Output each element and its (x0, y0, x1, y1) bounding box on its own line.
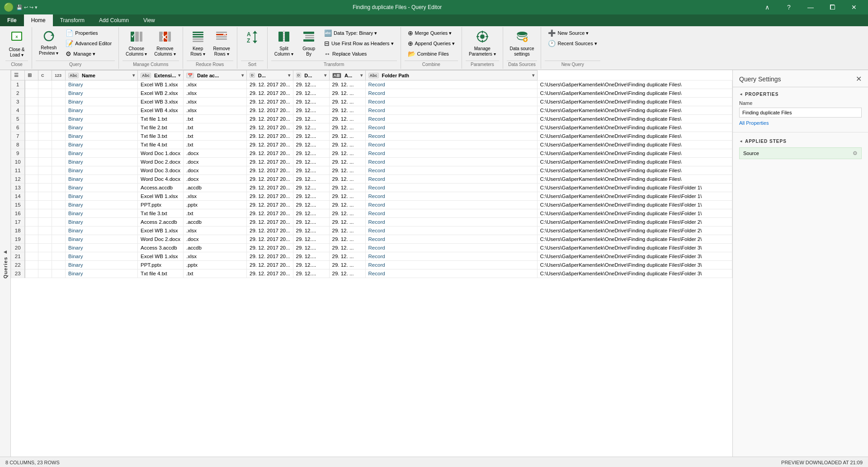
table-row[interactable]: 2 Binary Excel WB 2.xlsx .xlsx 29. 12. 2… (11, 89, 732, 98)
remove-columns-icon (158, 30, 172, 45)
refresh-preview-button[interactable]: RefreshPreview ▾ (36, 28, 61, 58)
properties-button[interactable]: 📄 Properties (62, 28, 115, 38)
tab-view[interactable]: View (136, 14, 162, 26)
col-folder-path-label: Folder Path (382, 73, 410, 78)
tab-file[interactable]: File (0, 14, 24, 26)
queries-sidebar[interactable]: ◄ Queries (0, 70, 11, 457)
svg-rect-13 (193, 32, 203, 33)
table-row[interactable]: 7 Binary Txt file 3.txt .txt 29. 12. 201… (11, 132, 732, 141)
row-ext: .pptx (184, 201, 247, 209)
maximize-button[interactable]: ⧠ (822, 0, 843, 14)
table-row[interactable]: 14 Binary Excel WB 1.xlsx .xlsx 29. 12. … (11, 192, 732, 201)
advanced-editor-button[interactable]: 📝 Advanced Editor (62, 38, 115, 48)
table-row[interactable]: 17 Binary Access 2.accdb .accdb 29. 12. … (11, 218, 732, 226)
data-source-settings-button[interactable]: Data sourcesettings (507, 28, 538, 59)
split-column-button[interactable]: SplitColumn ▾ (271, 28, 297, 59)
row-ext: .docx (184, 166, 247, 175)
qs-name-input[interactable] (739, 108, 862, 118)
row-date: 29. 12. 2017 20... (247, 80, 293, 89)
merge-queries-button[interactable]: ⊕ Merge Queries ▾ (405, 28, 458, 38)
qs-close-button[interactable]: ✕ (856, 75, 862, 83)
manage-button[interactable]: ⚙ Manage ▾ (62, 49, 115, 59)
row-d2: 29. 12. ... (329, 141, 365, 149)
use-first-row-button[interactable]: ⊟ Use First Row as Headers ▾ (321, 38, 396, 48)
help-button[interactable]: ? (778, 0, 799, 14)
table-row[interactable]: 3 Binary Excel WB 3.xlsx .xlsx 29. 12. 2… (11, 98, 732, 106)
col-header-folder-path[interactable]: Abc Folder Path ▾ (365, 71, 537, 80)
col-a-filter[interactable]: ▾ (360, 73, 363, 78)
table-row[interactable]: 18 Binary Excel WB 1.xlsx .xlsx 29. 12. … (11, 226, 732, 235)
svg-rect-29 (278, 32, 283, 42)
applied-step[interactable]: Source⚙ (739, 147, 862, 159)
col-header-date-ac[interactable]: 📅 Date ac... ▾ (184, 71, 247, 80)
new-source-button[interactable]: ➕ New Source ▾ (545, 28, 600, 38)
sort-button[interactable]: A Z (241, 28, 264, 49)
table-row[interactable]: 1 Binary Excel WB 1.xlsx .xlsx 29. 12. 2… (11, 80, 732, 89)
col-date-ac-filter[interactable]: ▾ (241, 73, 244, 78)
combine-files-button[interactable]: 📂 Combine Files (405, 49, 458, 59)
col-header-name[interactable]: Abc Name ▾ (66, 71, 138, 80)
ribbon-collapse-button[interactable]: ∧ (757, 0, 778, 14)
row-date: 29. 12. 2017 20... (247, 166, 293, 175)
row-icon1 (25, 89, 38, 98)
table-row[interactable]: 15 Binary PPT.pptx .pptx 29. 12. 2017 20… (11, 201, 732, 209)
row-content: Binary (66, 149, 138, 158)
choose-columns-button[interactable]: ChooseColumns ▾ (123, 28, 150, 59)
minimize-button[interactable]: — (800, 0, 821, 14)
table-row[interactable]: 11 Binary Word Doc 3.docx .docx 29. 12. … (11, 166, 732, 175)
table-row[interactable]: 4 Binary Excel WB 4.xlsx .xlsx 29. 12. 2… (11, 106, 732, 115)
row-name: Word Doc 4.docx (138, 175, 184, 184)
tab-add-column[interactable]: Add Column (92, 14, 136, 26)
tab-home[interactable]: Home (24, 14, 53, 26)
col-header-a[interactable]: A⊞ A... ▾ (329, 71, 365, 80)
col-folder-path-filter[interactable]: ▾ (532, 73, 534, 78)
qs-all-properties-link[interactable]: All Properties (739, 120, 862, 126)
step-gear-icon[interactable]: ⚙ (853, 150, 858, 156)
col-header-d2[interactable]: D D... ▾ (293, 71, 329, 80)
table-row[interactable]: 21 Binary Excel WB 1.xlsx .xlsx 29. 12. … (11, 252, 732, 261)
svg-text:Z: Z (247, 38, 250, 44)
table-row[interactable]: 16 Binary Txt file 3.txt .txt 29. 12. 20… (11, 209, 732, 218)
close-button[interactable]: ✕ (844, 0, 864, 14)
table-row[interactable]: 8 Binary Txt file 4.txt .txt 29. 12. 201… (11, 141, 732, 149)
col-header-d1[interactable]: D D... ▾ (247, 71, 293, 80)
table-row[interactable]: 6 Binary Txt file 2.txt .txt 29. 12. 201… (11, 123, 732, 132)
table-row[interactable]: 23 Binary Txt file 4.txt .txt 29. 12. 20… (11, 269, 732, 278)
row-date: 29. 12. 2017 20... (247, 132, 293, 141)
col-extension-filter[interactable]: ▾ (178, 73, 180, 78)
append-queries-button[interactable]: ⊕ Append Queries ▾ (405, 38, 458, 48)
data-type-button[interactable]: 🔤 Data Type: Binary ▾ (321, 28, 396, 38)
close-load-button[interactable]: X Close &Load ▾ (5, 28, 28, 60)
table-row[interactable]: 12 Binary Word Doc 4.docx .docx 29. 12. … (11, 175, 732, 184)
replace-values-button[interactable]: ↔ Replace Values (321, 49, 396, 59)
row-name: PPT.pptx (138, 261, 184, 269)
table-row[interactable]: 9 Binary Word Doc 1.docx .docx 29. 12. 2… (11, 149, 732, 158)
remove-rows-button[interactable]: RemoveRows ▾ (210, 28, 233, 59)
row-ext: .pptx (184, 261, 247, 269)
manage-parameters-button[interactable]: ManageParameters ▾ (466, 28, 499, 59)
row-icon1 (25, 158, 38, 166)
svg-rect-8 (159, 32, 163, 42)
tab-transform[interactable]: Transform (53, 14, 92, 26)
group-by-button[interactable]: GroupBy (297, 28, 320, 59)
recent-sources-button[interactable]: 🕐 Recent Sources ▾ (545, 38, 600, 48)
row-icon3 (52, 244, 66, 252)
col-header-extension[interactable]: Abc Extensi... ▾ (138, 71, 184, 80)
row-a: Record (365, 218, 537, 226)
row-date: 29. 12. 2017 20... (247, 201, 293, 209)
remove-columns-button[interactable]: RemoveColumns ▾ (151, 28, 179, 59)
row-d1: 29. 12.... (293, 149, 329, 158)
table-row[interactable]: 10 Binary Word Doc 2.docx .docx 29. 12. … (11, 158, 732, 166)
table-row[interactable]: 20 Binary Access 3.accdb .accdb 29. 12. … (11, 244, 732, 252)
table-row[interactable]: 22 Binary PPT.pptx .pptx 29. 12. 2017 20… (11, 261, 732, 269)
table-row[interactable]: 13 Binary Access.accdb .accdb 29. 12. 20… (11, 184, 732, 192)
properties-label: Properties (75, 30, 98, 36)
col-name-filter[interactable]: ▾ (132, 73, 135, 78)
table-row[interactable]: 5 Binary Txt file 1.txt .txt 29. 12. 201… (11, 115, 732, 123)
keep-rows-button[interactable]: KeepRows ▾ (187, 28, 209, 59)
col-d1-filter[interactable]: ▾ (288, 73, 290, 78)
row-icon3 (52, 166, 66, 175)
recent-sources-icon: 🕐 (548, 40, 556, 47)
col-d2-filter[interactable]: ▾ (324, 73, 326, 78)
table-row[interactable]: 19 Binary Word Doc 2.docx .docx 29. 12. … (11, 235, 732, 244)
